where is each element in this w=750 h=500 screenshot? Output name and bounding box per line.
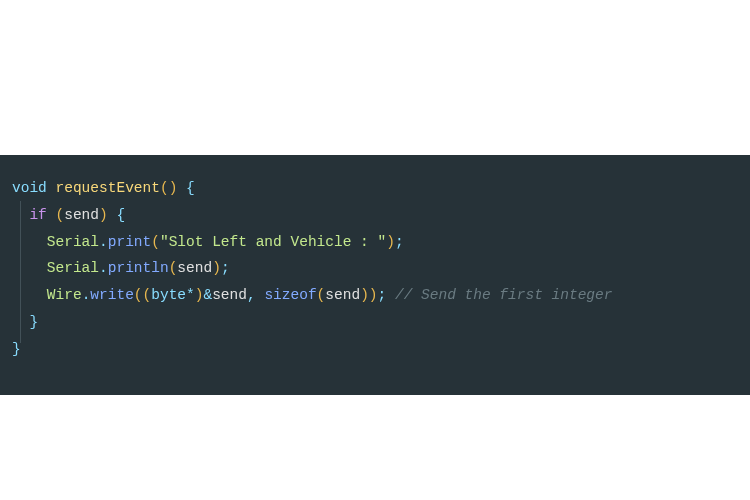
code-token: Wire (47, 287, 82, 303)
code-token: println (108, 260, 169, 276)
code-token: } (29, 314, 38, 330)
code-token: )) (360, 287, 377, 303)
code-token: sizeof (264, 287, 316, 303)
code-token: // Send the first integer (395, 287, 613, 303)
code-line: Wire.write((byte*)&send, sizeof(send)); … (12, 282, 742, 309)
code-token: Serial (47, 260, 99, 276)
code-token: byte (151, 287, 186, 303)
code-token: requestEvent (56, 180, 160, 196)
code-line: if (send) { (12, 202, 742, 229)
code-token: ( (317, 287, 326, 303)
code-line: } (12, 336, 742, 363)
code-token: , (247, 287, 256, 303)
code-token: ( (151, 234, 160, 250)
code-token: send (64, 207, 99, 223)
code-token: ( (56, 207, 65, 223)
code-token: () (160, 180, 177, 196)
code-token: } (12, 341, 21, 357)
code-token: { (116, 207, 125, 223)
code-token: send (212, 287, 247, 303)
code-token: ; (378, 287, 387, 303)
code-token: Serial (47, 234, 99, 250)
code-line: Serial.print("Slot Left and Vehicle : ")… (12, 229, 742, 256)
code-token: "Slot Left and Vehicle : " (160, 234, 386, 250)
code-token (47, 180, 56, 196)
code-token: { (186, 180, 195, 196)
code-token (177, 180, 186, 196)
code-editor[interactable]: void requestEvent() { if (send) { Serial… (0, 155, 750, 395)
code-line: } (12, 309, 742, 336)
code-token: ) (212, 260, 221, 276)
code-token: * (186, 287, 195, 303)
code-token: ; (395, 234, 404, 250)
code-line: Serial.println(send); (12, 255, 742, 282)
code-block: void requestEvent() { if (send) { Serial… (12, 175, 742, 363)
code-token: ) (99, 207, 108, 223)
code-token: if (29, 207, 46, 223)
code-token: (( (134, 287, 151, 303)
code-token: send (325, 287, 360, 303)
code-token (386, 287, 395, 303)
code-token: print (108, 234, 152, 250)
code-token: . (99, 234, 108, 250)
code-token: send (177, 260, 212, 276)
code-token: . (99, 260, 108, 276)
code-token: ) (386, 234, 395, 250)
code-token: write (90, 287, 134, 303)
code-token: & (203, 287, 212, 303)
code-token (47, 207, 56, 223)
code-line: void requestEvent() { (12, 175, 742, 202)
code-token: void (12, 180, 47, 196)
code-token: ; (221, 260, 230, 276)
indent-guide (20, 201, 21, 343)
